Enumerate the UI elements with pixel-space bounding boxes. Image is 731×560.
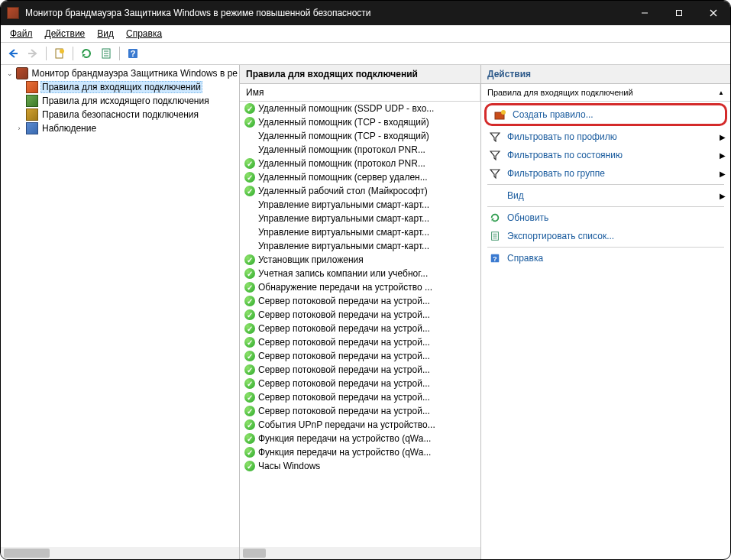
rule-name: Удаленный помощник (SSDP UDP - вхо...: [258, 103, 434, 114]
tree-item-connection-security[interactable]: Правила безопасности подключения: [1, 108, 239, 121]
rule-name: Установщик приложения: [258, 254, 364, 265]
close-button[interactable]: [696, 1, 730, 25]
rule-row[interactable]: ✓Удаленный рабочий стол (Майкрософт): [240, 184, 480, 198]
tree-item-outbound[interactable]: Правила для исходящего подключения: [1, 94, 239, 108]
rule-row[interactable]: ✓Удаленный помощник (сервер удален...: [240, 170, 480, 184]
status-enabled-icon: ✓: [244, 268, 255, 279]
rule-name: События UPnP передачи на устройство...: [258, 419, 435, 430]
window-title: Монитор брандмауэра Защитника Windows в …: [25, 8, 627, 18]
rule-row[interactable]: ✓Учетная запись компании или учебног...: [240, 267, 480, 280]
actions-section-header[interactable]: Правила для входящих подключений ▲: [481, 84, 730, 102]
rule-row[interactable]: ✓Сервер потоковой передачи на устрой...: [240, 294, 480, 308]
tree-root[interactable]: ⌄ Монитор брандмауэра Защитника Windows …: [1, 66, 239, 80]
toolbar-help-button[interactable]: ?: [124, 44, 142, 63]
menu-help[interactable]: Справка: [120, 27, 168, 40]
collapse-icon[interactable]: ⌄: [5, 70, 14, 77]
list-hscroll[interactable]: [240, 547, 480, 559]
rule-row[interactable]: ✓Сервер потоковой передачи на устрой...: [240, 308, 480, 322]
rule-name: Управление виртуальными смарт-карт...: [258, 213, 429, 224]
status-enabled-icon: ✓: [244, 406, 255, 416]
expand-icon[interactable]: ›: [15, 125, 24, 132]
action-help[interactable]: ? Справка: [481, 249, 730, 267]
rule-row[interactable]: Удаленный помощник (протокол PNR...: [240, 143, 480, 157]
rule-row[interactable]: ✓События UPnP передачи на устройство...: [240, 418, 480, 432]
rule-row[interactable]: ✓Сервер потоковой передачи на устрой...: [240, 322, 480, 335]
rule-row[interactable]: ✓Часы Windows: [240, 459, 480, 473]
svg-point-15: [501, 110, 506, 115]
status-enabled-icon: ✓: [244, 254, 255, 265]
action-filter-profile[interactable]: Фильтровать по профилю ▶: [481, 128, 730, 146]
menu-action[interactable]: Действие: [39, 27, 92, 40]
status-enabled-icon: ✓: [244, 337, 255, 348]
nav-forward-button[interactable]: [24, 44, 42, 63]
rule-name: Сервер потоковой передачи на устрой...: [258, 351, 430, 361]
tree-item-inbound[interactable]: Правила для входящих подключений: [1, 80, 239, 94]
rule-row[interactable]: Управление виртуальными смарт-карт...: [240, 198, 480, 212]
status-disabled-icon: [244, 144, 255, 155]
rule-row[interactable]: ✓Сервер потоковой передачи на устрой...: [240, 377, 480, 390]
filter-icon: [489, 149, 501, 161]
rule-row[interactable]: ✓Удаленный помощник (TCP - входящий): [240, 115, 480, 129]
new-rule-icon: [494, 108, 506, 121]
minimize-button[interactable]: [627, 1, 661, 25]
tree-pane: ⌄ Монитор брандмауэра Защитника Windows …: [1, 65, 240, 559]
export-list-icon: [100, 47, 112, 60]
action-new-rule[interactable]: Создать правило...: [487, 105, 725, 124]
action-label: Вид: [507, 190, 715, 201]
rule-row[interactable]: ✓Сервер потоковой передачи на устрой...: [240, 363, 480, 377]
rule-name: Управление виртуальными смарт-карт...: [258, 241, 429, 251]
menu-file[interactable]: Файл: [4, 27, 39, 40]
status-enabled-icon: ✓: [244, 433, 255, 444]
filter-icon: [489, 167, 501, 180]
maximize-icon: [675, 9, 683, 17]
rule-row[interactable]: ✓Удаленный помощник (протокол PNR...: [240, 157, 480, 170]
inbound-rules-icon: [26, 81, 38, 93]
toolbar-export-button[interactable]: [97, 44, 115, 63]
status-enabled-icon: ✓: [244, 351, 255, 361]
tree-hscroll[interactable]: [1, 547, 239, 559]
rule-row[interactable]: ✓Сервер потоковой передачи на устрой...: [240, 349, 480, 363]
document-star-icon: [53, 47, 66, 60]
submenu-arrow-icon: ▶: [715, 170, 730, 178]
rule-row[interactable]: ✓Удаленный помощник (SSDP UDP - вхо...: [240, 102, 480, 115]
rule-name: Учетная запись компании или учебног...: [258, 268, 428, 279]
action-label: Фильтровать по профилю: [507, 131, 715, 142]
menu-view[interactable]: Вид: [91, 27, 120, 40]
status-enabled-icon: ✓: [244, 158, 255, 169]
rule-name: Удаленный помощник (TCP - входящий): [258, 131, 429, 141]
highlight-annotation: Создать правило...: [484, 103, 727, 126]
rule-row[interactable]: ✓Функция передачи на устройство (qWa...: [240, 445, 480, 459]
rule-row[interactable]: Управление виртуальными смарт-карт...: [240, 225, 480, 239]
status-disabled-icon: [244, 213, 255, 224]
rule-row[interactable]: Управление виртуальными смарт-карт...: [240, 239, 480, 253]
rule-name: Удаленный помощник (TCP - входящий): [258, 117, 429, 128]
svg-point-7: [60, 49, 64, 53]
tree-item-monitoring[interactable]: › Наблюдение: [1, 121, 239, 135]
arrow-left-icon: [7, 47, 19, 60]
tree[interactable]: ⌄ Монитор брандмауэра Защитника Windows …: [1, 65, 239, 547]
rule-row[interactable]: ✓Сервер потоковой передачи на устрой...: [240, 404, 480, 418]
rule-row[interactable]: ✓Функция передачи на устройство (qWa...: [240, 432, 480, 445]
action-view[interactable]: Вид ▶: [481, 186, 730, 205]
rule-row[interactable]: ✓Сервер потоковой передачи на устрой...: [240, 335, 480, 349]
rule-row[interactable]: ✓Обнаружение передачи на устройство ...: [240, 280, 480, 294]
action-refresh[interactable]: Обновить: [481, 209, 730, 227]
app-icon: [7, 7, 19, 19]
toolbar-new-button[interactable]: [50, 44, 69, 63]
action-filter-state[interactable]: Фильтровать по состоянию ▶: [481, 146, 730, 164]
rule-row[interactable]: Удаленный помощник (TCP - входящий): [240, 129, 480, 143]
status-disabled-icon: [244, 241, 255, 251]
status-enabled-icon: ✓: [244, 419, 255, 430]
column-name[interactable]: Имя: [240, 84, 480, 101]
rules-list[interactable]: ✓Удаленный помощник (SSDP UDP - вхо...✓У…: [240, 102, 480, 547]
action-export[interactable]: Экспортировать список...: [481, 227, 730, 245]
action-filter-group[interactable]: Фильтровать по группе ▶: [481, 164, 730, 183]
rule-row[interactable]: Управление виртуальными смарт-карт...: [240, 212, 480, 225]
monitoring-icon: [26, 122, 38, 134]
maximize-button[interactable]: [661, 1, 696, 25]
rule-row[interactable]: ✓Сервер потоковой передачи на устрой...: [240, 390, 480, 404]
rule-row[interactable]: ✓Установщик приложения: [240, 253, 480, 267]
action-label: Фильтровать по группе: [507, 168, 715, 179]
toolbar-refresh-button[interactable]: [77, 44, 95, 63]
nav-back-button[interactable]: [4, 44, 22, 63]
